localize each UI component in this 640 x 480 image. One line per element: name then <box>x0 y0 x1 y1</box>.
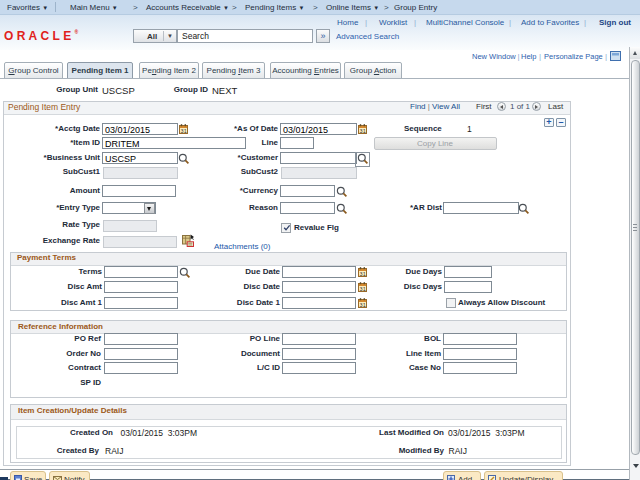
svg-text:31: 31 <box>181 127 187 133</box>
svg-text:31: 31 <box>359 270 365 276</box>
svg-text:31: 31 <box>359 301 365 307</box>
svg-text:31: 31 <box>359 285 365 291</box>
svg-text:31: 31 <box>359 127 365 133</box>
